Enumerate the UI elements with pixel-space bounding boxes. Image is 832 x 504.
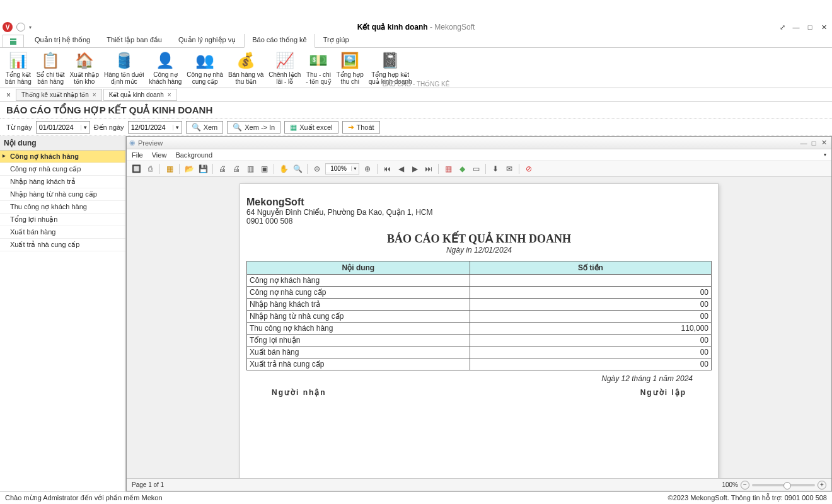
doc-tab-0[interactable]: Thống kê xuất nhập tồn× — [16, 89, 102, 101]
tool-color-icon[interactable]: ◆ — [456, 163, 468, 175]
qat-button[interactable] — [16, 23, 25, 32]
ribbon-icon: 📋 — [40, 50, 61, 70]
status-right: ©2023 MekongSoft. Thông tin hỗ trợ: 0901… — [668, 494, 827, 502]
tool-save-icon[interactable]: 💾 — [197, 163, 209, 175]
preview-menu: File View Background ▾ — [127, 149, 831, 161]
nav-first-icon[interactable]: ⏮ — [381, 163, 393, 175]
grid-header[interactable]: Nội dung — [0, 136, 125, 151]
ribbon-tabs: Quản trị hệ thốngThiết lập ban đầuQuản l… — [0, 34, 832, 48]
ribbon-tab-2[interactable]: Quản lý nghiệp vụ — [170, 33, 244, 47]
preview-icon: ◉ — [129, 139, 136, 147]
sidebar-grid: Nội dung Công nợ khách hàngCông nợ nhà c… — [0, 136, 126, 491]
nav-next-icon[interactable]: ▶ — [409, 163, 420, 175]
export-excel-button[interactable]: ▦Xuất excel — [284, 121, 338, 134]
col-amount: Số tiền — [470, 261, 711, 275]
grid-row[interactable]: Thu công nợ khách hàng — [0, 201, 125, 214]
from-date-dropdown[interactable]: ▼ — [81, 125, 90, 130]
tool-pagesetup-icon[interactable]: ▥ — [245, 163, 256, 175]
grid-row[interactable]: Công nợ nhà cung cấp — [0, 163, 125, 176]
svg-rect-0 — [10, 38, 16, 40]
qat-dropdown[interactable]: ▾ — [29, 25, 32, 30]
ribbon-tab-1[interactable]: Thiết lập ban đầu — [98, 33, 170, 47]
doc-tab-close[interactable]: × — [168, 91, 171, 98]
exit-button[interactable]: ➜Thoát — [342, 121, 380, 134]
report-address: 64 Nguyễn Đình Chiểu, Phường Đa Kao, Quậ… — [246, 208, 712, 217]
ribbon-content: 📊Tổng kếtbán hàng📋Sổ chi tiếtbán hàng🏠Xu… — [0, 48, 832, 88]
close-icon[interactable]: ✕ — [819, 23, 828, 32]
view-print-button[interactable]: 🔍Xem -> In — [227, 121, 280, 134]
nav-last-icon[interactable]: ⏭ — [423, 163, 434, 175]
tool-hand-icon[interactable]: ✋ — [278, 163, 289, 175]
tool-scale-icon[interactable]: ▣ — [258, 163, 270, 175]
document-tabs: × Thống kê xuất nhập tồn×Kết quả kinh do… — [0, 88, 832, 102]
tool-multipage-icon[interactable]: ▦ — [442, 163, 454, 175]
ribbon-icon: 📈 — [275, 50, 295, 70]
menu-file[interactable]: File — [132, 151, 143, 159]
ribbon-tab-0[interactable]: Quản trị hệ thống — [26, 33, 98, 47]
zoom-slider[interactable] — [752, 484, 815, 486]
doc-tab-close[interactable]: × — [93, 91, 96, 98]
zoom-pct: 100% — [722, 481, 738, 488]
grid-row[interactable]: Công nợ khách hàng — [0, 151, 125, 163]
to-date-input[interactable]: ▼ — [128, 121, 182, 134]
status-left: Chào mừng Admistrator đến với phần mềm M… — [5, 494, 163, 502]
close-all-tabs[interactable]: × — [3, 91, 14, 100]
minimize-icon[interactable]: — — [792, 23, 800, 32]
signature-creator: Người lập — [640, 388, 686, 397]
zoom-plus-button[interactable]: + — [818, 481, 826, 490]
doc-tab-1[interactable]: Kết quả kinh doanh× — [103, 89, 177, 101]
preview-maximize-icon[interactable]: □ — [809, 139, 819, 147]
tool-zoomin-icon[interactable]: ⊕ — [362, 163, 373, 175]
tool-thumbnails-icon[interactable]: ▦ — [164, 163, 175, 175]
grid-row[interactable]: Nhập hàng từ nhà cung cấp — [0, 188, 125, 201]
tool-closepreview-icon[interactable]: ⊘ — [523, 163, 534, 175]
preview-close-icon[interactable]: ✕ — [819, 139, 829, 147]
file-tab[interactable] — [3, 35, 24, 47]
from-date-label: Từ ngày — [6, 123, 32, 132]
ribbon-icon: 👥 — [195, 50, 215, 70]
svg-rect-1 — [10, 41, 16, 45]
tool-print-icon[interactable]: 🖨 — [217, 163, 228, 175]
nav-prev-icon[interactable]: ◀ — [395, 163, 407, 175]
tool-bookmark-icon[interactable]: ⎙ — [144, 163, 156, 175]
ribbon-tab-3[interactable]: Báo cáo thống kê — [244, 33, 315, 48]
tool-search-icon[interactable]: 🔲 — [130, 163, 142, 175]
ribbon-icon: 📊 — [8, 50, 28, 70]
grid-row[interactable]: Xuất trả nhà cung cấp — [0, 239, 125, 251]
ribbon-icon: 🏠 — [74, 50, 95, 70]
from-date-value[interactable] — [37, 123, 81, 131]
ribbon-icon: 💰 — [236, 50, 256, 70]
grid-row[interactable]: Nhập hàng khách trả — [0, 176, 125, 188]
report-title: BÁO CÁO KẾT QUẢ KINH DOANH — [246, 232, 712, 246]
preview-canvas[interactable]: MekongSoft 64 Nguyễn Đình Chiểu, Phường … — [127, 177, 831, 478]
from-date-input[interactable]: ▼ — [36, 121, 90, 134]
tool-email-icon[interactable]: ✉ — [504, 163, 515, 175]
preview-titlebar: ◉ Preview — □ ✕ — [127, 137, 831, 149]
menu-dropdown[interactable]: ▾ — [824, 152, 826, 158]
zoom-minus-button[interactable]: − — [741, 481, 749, 490]
report-row: Xuất bán hàng00 — [247, 346, 712, 358]
grid-row[interactable]: Xuất bán hàng — [0, 226, 125, 239]
menu-view[interactable]: View — [152, 151, 167, 159]
tool-quickprint-icon[interactable]: 🖨 — [231, 163, 242, 175]
tool-zoomout-icon[interactable]: ⊖ — [311, 163, 323, 175]
zoom-combo[interactable]: ▼ — [325, 163, 359, 175]
report-row: Công nợ khách hàng — [247, 275, 712, 287]
ribbon-tab-4[interactable]: Trợ giúp — [315, 33, 357, 47]
tool-watermark-icon[interactable]: ▭ — [470, 163, 482, 175]
tool-export-icon[interactable]: ⬇ — [490, 163, 501, 175]
to-date-dropdown[interactable]: ▼ — [173, 125, 182, 130]
grid-row[interactable]: Tổng lợi nhuận — [0, 214, 125, 226]
preview-window: ◉ Preview — □ ✕ File View Background ▾ 🔲… — [126, 136, 832, 491]
maximize-icon[interactable]: □ — [806, 23, 814, 32]
to-date-value[interactable] — [129, 123, 173, 131]
tool-open-icon[interactable]: 📂 — [183, 163, 195, 175]
preview-toolbar: 🔲 ⎙ ▦ 📂 💾 🖨 🖨 ▥ ▣ ✋ 🔍 ⊖ ▼ ⊕ — [127, 161, 831, 177]
tool-zoomtool-icon[interactable]: 🔍 — [292, 163, 303, 175]
preview-minimize-icon[interactable]: — — [799, 139, 809, 147]
report-row: Nhập hàng từ nhà cung cấp00 — [247, 311, 712, 323]
ribbon-icon: 🖼️ — [340, 50, 360, 70]
ribbon-toggle-icon[interactable]: ⤢ — [778, 23, 787, 32]
view-button[interactable]: 🔍Xem — [186, 121, 224, 134]
menu-background[interactable]: Background — [175, 151, 212, 159]
